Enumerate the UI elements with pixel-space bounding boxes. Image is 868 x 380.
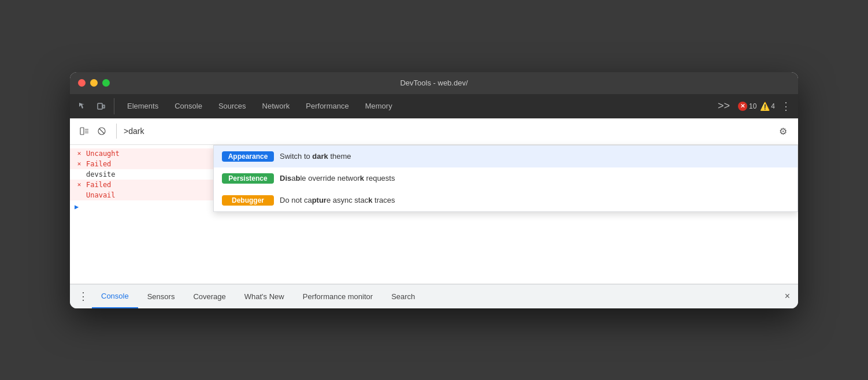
svg-line-7 <box>99 129 104 133</box>
bottom-tab-console[interactable]: Console <box>92 284 138 308</box>
bottom-menu-button[interactable]: ⋮ <box>75 290 92 303</box>
tab-bar: Elements Console Sources Network Perform… <box>70 94 798 118</box>
autocomplete-item-persistence[interactable]: Persistence Disable override network req… <box>214 167 797 189</box>
more-tabs-button[interactable]: >> <box>713 100 735 112</box>
error-badge: ✕ 10 <box>738 102 756 111</box>
window-title: DevTools - web.dev/ <box>400 79 468 87</box>
item-desc-debugger: Do not capture async stack traces <box>280 196 395 204</box>
bottom-tab-search[interactable]: Search <box>382 284 424 308</box>
tab-bar-left-icons <box>75 98 114 114</box>
error-icon: ✕ <box>75 160 84 167</box>
category-badge-appearance: Appearance <box>222 151 274 162</box>
command-search-input[interactable] <box>124 126 775 136</box>
bottom-tab-bar: ⋮ Console Sensors Coverage What's New Pe… <box>70 284 798 308</box>
traffic-lights <box>78 79 110 87</box>
error-icon: ✕ <box>75 181 84 188</box>
clear-console-button[interactable] <box>94 124 109 139</box>
maximize-button[interactable] <box>102 79 110 87</box>
svg-rect-0 <box>98 103 102 109</box>
tab-items: Elements Console Sources Network Perform… <box>119 94 713 118</box>
bottom-tab-whats-new[interactable]: What's New <box>235 284 294 308</box>
item-desc-appearance: Switch to dark theme <box>280 152 351 161</box>
warning-badge: ⚠️ 4 <box>760 102 775 111</box>
bottom-tab-coverage[interactable]: Coverage <box>184 284 235 308</box>
prompt-arrow-icon: ▶ <box>75 203 79 211</box>
command-search-wrapper[interactable] <box>124 126 775 136</box>
autocomplete-item-appearance[interactable]: Appearance Switch to dark theme <box>214 146 797 167</box>
tab-elements[interactable]: Elements <box>119 94 166 118</box>
console-toolbar: ⚙ <box>70 118 798 145</box>
title-bar: DevTools - web.dev/ <box>70 72 798 94</box>
toolbar-left <box>77 124 117 139</box>
bottom-tabs: Console Sensors Coverage What's New Perf… <box>92 284 781 308</box>
tab-memory[interactable]: Memory <box>357 94 400 118</box>
autocomplete-item-debugger[interactable]: Debugger Do not capture async stack trac… <box>214 189 797 211</box>
error-count: 10 <box>749 102 756 110</box>
devtools-window: DevTools - web.dev/ Elements Console <box>70 72 798 308</box>
tab-performance[interactable]: Performance <box>298 94 357 118</box>
sidebar-toggle-button[interactable] <box>77 124 92 139</box>
element-picker-button[interactable] <box>75 98 91 114</box>
close-button[interactable] <box>78 79 86 87</box>
error-icon: ✕ <box>738 102 747 111</box>
category-badge-persistence: Persistence <box>222 173 274 184</box>
devtools-menu-button[interactable]: ⋮ <box>778 100 793 113</box>
svg-rect-2 <box>80 128 84 135</box>
bottom-tab-performance-monitor[interactable]: Performance monitor <box>294 284 382 308</box>
category-badge-debugger: Debugger <box>222 195 274 206</box>
bottom-tab-sensors[interactable]: Sensors <box>138 284 184 308</box>
autocomplete-dropdown: Appearance Switch to dark theme Persiste… <box>213 145 798 212</box>
item-desc-persistence: Disable override network requests <box>280 174 395 182</box>
tab-bar-right: >> ✕ 10 ⚠️ 4 ⋮ <box>713 100 793 113</box>
warning-icon: ⚠️ <box>760 102 769 111</box>
main-content: ✕ Uncaught mjs:1 ✕ Failed user:1 devsite… <box>70 145 798 284</box>
tab-network[interactable]: Network <box>254 94 298 118</box>
close-bottom-bar-button[interactable]: × <box>781 291 793 301</box>
minimize-button[interactable] <box>90 79 98 87</box>
error-icon: ✕ <box>75 150 84 157</box>
tab-console[interactable]: Console <box>166 94 210 118</box>
device-toolbar-button[interactable] <box>93 98 109 114</box>
settings-button[interactable]: ⚙ <box>775 123 791 139</box>
svg-rect-1 <box>103 105 105 108</box>
tab-sources[interactable]: Sources <box>210 94 254 118</box>
warning-count: 4 <box>771 102 775 110</box>
